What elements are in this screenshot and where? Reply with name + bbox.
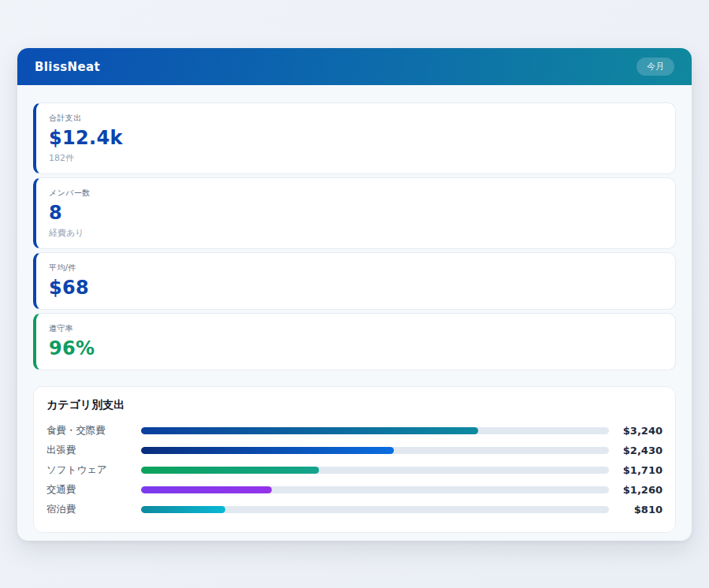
stat-sub: 経費あり	[49, 227, 663, 239]
category-row: ソフトウェア $1,710	[46, 460, 663, 480]
page-background: BlissNeat 今月 合計支出 $12.4k 182件 メンバー数 8 経費…	[0, 0, 709, 588]
bar-track	[141, 467, 609, 474]
stat-label: 合計支出	[49, 113, 663, 124]
bar-track	[141, 427, 609, 434]
category-row: 食費・交際費 $3,240	[46, 421, 663, 441]
panel-body: 合計支出 $12.4k 182件 メンバー数 8 経費あり 平均/件 $68 遵…	[17, 85, 692, 541]
bar-fill	[141, 427, 478, 434]
app-title: BlissNeat	[35, 60, 100, 74]
category-label: 宿泊費	[46, 503, 141, 516]
category-value: $1,260	[609, 484, 663, 496]
category-value: $810	[609, 504, 663, 515]
stat-value: $68	[49, 276, 663, 300]
bar-fill	[141, 467, 319, 474]
stat-card-compliance-rate: 遵守率 96%	[33, 313, 676, 370]
bar-track	[141, 486, 609, 493]
stat-card-member-count: メンバー数 8 経費あり	[33, 177, 676, 249]
bar-fill	[141, 506, 225, 513]
bar-track	[141, 447, 609, 454]
stat-value: 8	[49, 201, 663, 225]
stat-value: $12.4k	[49, 126, 663, 150]
bar-track	[141, 506, 609, 513]
category-row: 交通費 $1,260	[46, 480, 663, 500]
bar-fill	[141, 447, 394, 454]
app-header: BlissNeat 今月	[17, 48, 692, 85]
stat-label: 遵守率	[49, 323, 663, 334]
stat-value: 96%	[49, 337, 663, 360]
stat-card-average-per-item: 平均/件 $68	[33, 252, 676, 310]
app-panel: BlissNeat 今月 合計支出 $12.4k 182件 メンバー数 8 経費…	[17, 48, 692, 541]
category-label: ソフトウェア	[46, 463, 141, 477]
category-value: $1,710	[609, 464, 663, 476]
stat-label: 平均/件	[49, 262, 663, 274]
stat-sub: 182件	[49, 152, 663, 164]
category-spend-title: カテゴリ別支出	[46, 398, 663, 412]
category-value: $3,240	[609, 425, 663, 437]
category-spend-card: カテゴリ別支出 食費・交際費 $3,240 出張費 $2,430 ソフトウェア …	[33, 386, 676, 533]
category-row: 出張費 $2,430	[46, 441, 663, 460]
category-label: 出張費	[46, 444, 141, 457]
category-label: 食費・交際費	[46, 424, 141, 437]
stat-label: メンバー数	[49, 188, 663, 199]
category-value: $2,430	[609, 445, 663, 456]
category-row: 宿泊費 $810	[46, 500, 663, 519]
category-label: 交通費	[46, 483, 141, 497]
period-badge[interactable]: 今月	[637, 58, 674, 76]
stat-card-total-spend: 合計支出 $12.4k 182件	[33, 102, 676, 174]
bar-fill	[141, 486, 272, 493]
